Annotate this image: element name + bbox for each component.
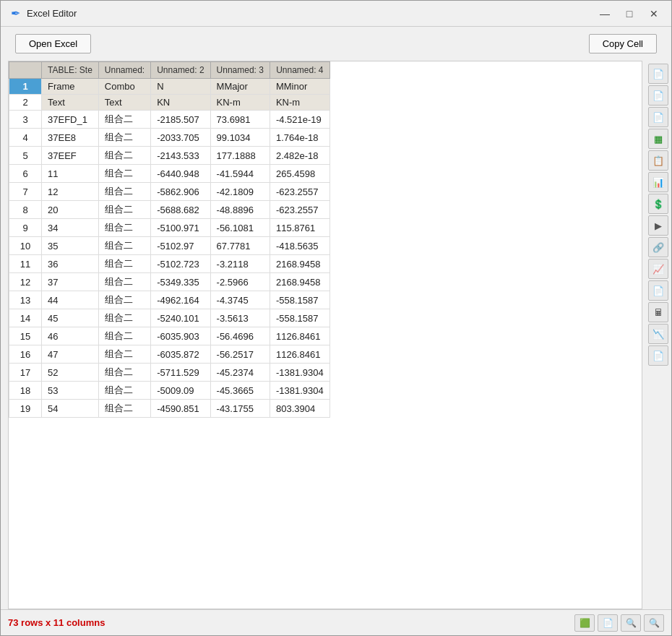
table-cell[interactable]: -3.2118 [210, 255, 270, 273]
table-cell[interactable]: Text [98, 95, 150, 111]
table-cell[interactable]: 组合二 [98, 219, 150, 237]
table-cell[interactable]: 67.7781 [210, 237, 270, 255]
sidebar-btn-7[interactable]: 💲 [648, 194, 668, 214]
table-cell[interactable]: -2185.507 [151, 111, 210, 129]
table-cell[interactable]: MMinor [270, 79, 329, 95]
table-cell[interactable]: -5102.97 [151, 237, 210, 255]
table-cell[interactable]: 52 [42, 364, 99, 382]
table-cell[interactable]: 36 [42, 255, 99, 273]
table-cell[interactable]: -5009.09 [151, 382, 210, 400]
table-cell[interactable]: 37EEF [42, 147, 99, 165]
table-cell[interactable]: 35 [42, 237, 99, 255]
table-cell[interactable]: -2143.533 [151, 147, 210, 165]
table-cell[interactable]: -4590.851 [151, 400, 210, 418]
table-cell[interactable]: 177.1888 [210, 147, 270, 165]
table-cell[interactable]: 34 [42, 219, 99, 237]
table-cell[interactable]: 组合二 [98, 291, 150, 309]
status-icon-1[interactable]: 🟩 [574, 614, 595, 632]
table-cell[interactable]: KN-m [270, 95, 329, 111]
table-cell[interactable]: 11 [42, 165, 99, 183]
table-cell[interactable]: -623.2557 [270, 201, 329, 219]
table-cell[interactable]: -558.1587 [270, 309, 329, 327]
table-cell[interactable]: -5100.971 [151, 219, 210, 237]
table-cell[interactable]: -4.521e-19 [270, 111, 329, 129]
status-icon-3[interactable]: 🔍 [621, 614, 641, 632]
table-cell[interactable]: -418.5635 [270, 237, 329, 255]
table-cell[interactable]: 73.6981 [210, 111, 270, 129]
minimize-button[interactable]: — [595, 6, 615, 22]
table-cell[interactable]: -5688.682 [151, 201, 210, 219]
table-cell[interactable]: 1126.8461 [270, 345, 329, 364]
table-cell[interactable]: 1.764e-18 [270, 129, 329, 147]
table-cell[interactable]: 组合二 [98, 165, 150, 183]
table-cell[interactable]: 组合二 [98, 129, 150, 147]
table-cell[interactable]: 99.1034 [210, 129, 270, 147]
table-cell[interactable]: -6035.903 [151, 327, 210, 345]
table-cell[interactable]: 组合二 [98, 309, 150, 327]
close-button[interactable]: ✕ [644, 6, 664, 22]
table-cell[interactable]: 803.3904 [270, 400, 329, 418]
data-table-container[interactable]: TABLE: Ste Unnamed: Unnamed: 2 Unnamed: … [8, 61, 642, 609]
table-cell[interactable]: 组合二 [98, 237, 150, 255]
table-cell[interactable]: 2168.9458 [270, 255, 329, 273]
table-cell[interactable]: -41.5944 [210, 165, 270, 183]
table-cell[interactable]: 组合二 [98, 382, 150, 400]
table-cell[interactable]: -56.4696 [210, 327, 270, 345]
table-cell[interactable]: 组合二 [98, 345, 150, 364]
sidebar-btn-3[interactable]: 📄 [648, 107, 668, 127]
table-cell[interactable]: -42.1809 [210, 183, 270, 201]
table-cell[interactable]: KN-m [210, 95, 270, 111]
table-cell[interactable]: 组合二 [98, 183, 150, 201]
table-cell[interactable]: -6035.872 [151, 345, 210, 364]
table-cell[interactable]: 20 [42, 201, 99, 219]
sidebar-btn-6[interactable]: 📊 [648, 172, 668, 192]
sidebar-btn-13[interactable]: 📉 [648, 324, 668, 344]
table-cell[interactable]: -43.1755 [210, 400, 270, 418]
table-cell[interactable]: -45.2374 [210, 364, 270, 382]
table-cell[interactable]: 54 [42, 400, 99, 418]
table-cell[interactable]: 组合二 [98, 327, 150, 345]
table-cell[interactable]: 53 [42, 382, 99, 400]
table-cell[interactable]: 组合二 [98, 400, 150, 418]
sidebar-btn-10[interactable]: 📈 [648, 259, 668, 279]
table-cell[interactable]: 组合二 [98, 255, 150, 273]
table-cell[interactable]: 2.482e-18 [270, 147, 329, 165]
open-excel-button[interactable]: Open Excel [15, 34, 91, 53]
table-cell[interactable]: N [151, 79, 210, 95]
table-cell[interactable]: -623.2557 [270, 183, 329, 201]
table-cell[interactable]: 组合二 [98, 147, 150, 165]
table-cell[interactable]: -56.1081 [210, 219, 270, 237]
table-cell[interactable]: KN [151, 95, 210, 111]
table-cell[interactable]: -5349.335 [151, 273, 210, 291]
table-cell[interactable]: -1381.9304 [270, 382, 329, 400]
table-cell[interactable]: -558.1587 [270, 291, 329, 309]
table-cell[interactable]: -3.5613 [210, 309, 270, 327]
table-cell[interactable]: 46 [42, 327, 99, 345]
table-cell[interactable]: 1126.8461 [270, 327, 329, 345]
table-cell[interactable]: -4.3745 [210, 291, 270, 309]
table-cell[interactable]: 组合二 [98, 201, 150, 219]
table-cell[interactable]: -1381.9304 [270, 364, 329, 382]
table-cell[interactable]: -2033.705 [151, 129, 210, 147]
sidebar-btn-4[interactable]: ▦ [648, 129, 668, 149]
status-icon-2[interactable]: 📄 [598, 614, 618, 632]
table-cell[interactable]: -48.8896 [210, 201, 270, 219]
table-cell[interactable]: 组合二 [98, 273, 150, 291]
table-cell[interactable]: 37EE8 [42, 129, 99, 147]
table-cell[interactable]: Frame [42, 79, 99, 95]
table-cell[interactable]: Combo [98, 79, 150, 95]
sidebar-btn-11[interactable]: 📄 [648, 280, 668, 301]
table-cell[interactable]: -5862.906 [151, 183, 210, 201]
table-cell[interactable]: -5711.529 [151, 364, 210, 382]
table-cell[interactable]: 组合二 [98, 111, 150, 129]
table-cell[interactable]: 45 [42, 309, 99, 327]
table-cell[interactable]: -6440.948 [151, 165, 210, 183]
table-cell[interactable]: 47 [42, 345, 99, 364]
table-cell[interactable]: 265.4598 [270, 165, 329, 183]
sidebar-btn-8[interactable]: ▶ [648, 215, 668, 236]
table-cell[interactable]: -56.2517 [210, 345, 270, 364]
table-cell[interactable]: 37EFD_1 [42, 111, 99, 129]
sidebar-btn-1[interactable]: 📄 [648, 64, 668, 84]
table-cell[interactable]: -2.5966 [210, 273, 270, 291]
sidebar-btn-12[interactable]: 🖩 [648, 302, 668, 322]
